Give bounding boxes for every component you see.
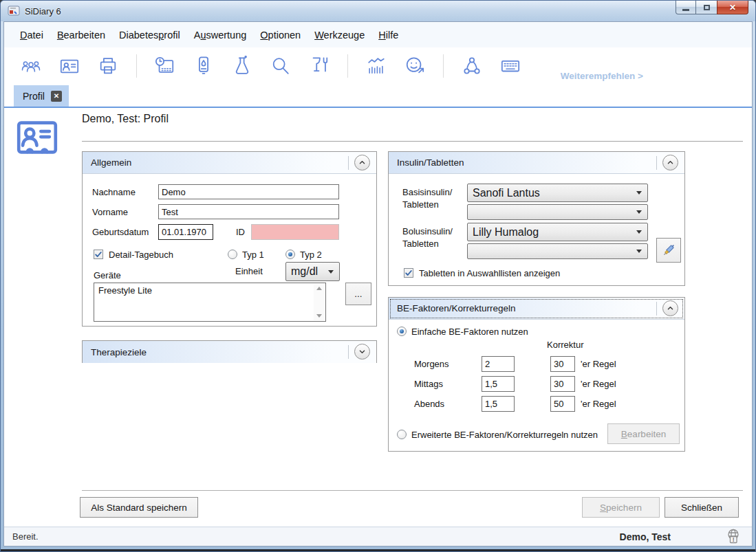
detail-tagebuch-checkbox[interactable]: [94, 250, 103, 259]
share-icon[interactable]: [462, 56, 482, 76]
printer-icon[interactable]: [98, 56, 118, 76]
geraete-more-button[interactable]: ...: [345, 283, 371, 305]
als-standard-speichern-button[interactable]: Als Standard speichern: [80, 497, 198, 518]
geburtsdatum-input[interactable]: [158, 224, 213, 240]
minimize-icon: [682, 9, 689, 11]
bolusinsulin-value: Lilly Humalog: [473, 226, 539, 239]
statistics-icon[interactable]: [366, 56, 387, 76]
vorname-input[interactable]: [158, 204, 339, 219]
syringe-icon: [661, 243, 676, 258]
einheit-dropdown[interactable]: mg/dl: [285, 262, 340, 281]
tab-close-icon[interactable]: ✕: [51, 91, 62, 102]
minimize-button[interactable]: [676, 1, 696, 14]
erweiterte-be-label: Erweiterte BE-Faktoren/Korrekturregeln n…: [411, 430, 598, 440]
tab-strip: Profil ✕: [4, 84, 752, 108]
bolusinsulin-dropdown-2[interactable]: [467, 243, 648, 259]
tab-profil[interactable]: Profil ✕: [14, 85, 69, 107]
search-icon[interactable]: [270, 56, 291, 76]
app-window: SiDiary 6 ✕ Datei Bearbeiten Diabetespro…: [0, 0, 756, 552]
collapse-insulin-button[interactable]: [662, 155, 678, 170]
bolusinsulin-label-line1: Bolusinsulin/: [402, 226, 453, 236]
chevron-up-icon: [665, 303, 676, 313]
geraete-list-item[interactable]: Freestyle Lite: [94, 283, 325, 298]
menu-bearbeiten[interactable]: Bearbeiten: [50, 30, 112, 41]
expand-therapieziele-button[interactable]: [354, 344, 370, 360]
morgens-regel-suffix: 'er Regel: [581, 359, 616, 369]
group-therapieziele: Therapieziele: [82, 340, 377, 363]
chevron-down-icon: [636, 210, 642, 214]
morgens-faktor-input[interactable]: [482, 356, 515, 372]
check-icon: [94, 250, 102, 258]
header-separator: [348, 345, 349, 359]
group-be-faktoren-title: BE-Faktoren/Korrekturregeln: [397, 303, 516, 313]
menu-hilfe[interactable]: Hilfe: [371, 30, 405, 41]
tabletten-anzeigen-checkbox[interactable]: [404, 268, 413, 278]
close-button[interactable]: ✕: [717, 1, 748, 14]
lab-flask-icon[interactable]: [232, 56, 252, 76]
bearbeiten-button[interactable]: Bearbeiten: [607, 423, 680, 444]
basisinsulin-dropdown[interactable]: Sanofi Lantus: [467, 184, 648, 202]
menu-diabetesprofil[interactable]: Diabetesprofil: [112, 30, 187, 41]
menu-datei[interactable]: Datei: [13, 30, 50, 41]
basisinsulin-value: Sanofi Lantus: [473, 187, 540, 199]
mittags-faktor-input[interactable]: [482, 376, 515, 392]
geraete-listbox[interactable]: Freestyle Lite: [94, 283, 326, 322]
menu-auswertung[interactable]: Auswertung: [187, 30, 254, 41]
patients-icon[interactable]: [21, 56, 41, 76]
einheit-value: mg/dl: [291, 265, 318, 278]
toolbar-separator: [443, 54, 444, 78]
einheit-label: Einheit: [235, 266, 263, 276]
collapse-be-faktoren-button[interactable]: [662, 300, 678, 316]
group-allgemein-title: Allgemein: [91, 157, 131, 168]
profile-card-icon[interactable]: [59, 56, 80, 76]
header-separator: [656, 302, 657, 316]
abends-label: Abends: [414, 399, 444, 409]
schliessen-button[interactable]: Schließen: [665, 497, 739, 518]
nachname-input[interactable]: [158, 184, 339, 199]
einfache-be-label: Einfache BE-Faktoren nutzen: [411, 327, 528, 337]
einfache-be-radio[interactable]: [397, 327, 407, 336]
maximize-button[interactable]: [696, 1, 717, 14]
nachname-label: Nachname: [92, 187, 136, 197]
mittags-korrektur-input[interactable]: [550, 376, 575, 392]
typ2-radio[interactable]: [285, 250, 295, 259]
menu-werkzeuge[interactable]: Werkzeuge: [307, 30, 371, 41]
globe-warning-icon[interactable]: !: [724, 528, 742, 549]
chevron-down-icon: [636, 230, 642, 234]
glucose-meter-icon[interactable]: [193, 56, 214, 76]
group-insulin-title: Insulin/Tabletten: [397, 157, 464, 168]
abends-korrektur-input[interactable]: [550, 396, 575, 412]
wizard-smiley-icon[interactable]: [404, 56, 425, 76]
profile-page: Demo, Test: Profil Allgemein Nachname Vo…: [4, 108, 752, 527]
geraete-label: Geräte: [94, 270, 121, 280]
mittags-regel-suffix: 'er Regel: [581, 379, 616, 389]
korrektur-label: Korrektur: [547, 340, 583, 350]
bolusinsulin-dropdown[interactable]: Lilly Humalog: [467, 223, 648, 241]
insulin-wizard-button[interactable]: [656, 238, 681, 263]
collapse-allgemein-button[interactable]: [354, 155, 370, 170]
listbox-scrollbar[interactable]: [314, 284, 325, 320]
keyboard-icon[interactable]: [500, 56, 521, 76]
chevron-up-icon: [665, 157, 676, 168]
calendar-clock-icon[interactable]: [155, 56, 175, 76]
erweiterte-be-radio[interactable]: [397, 430, 407, 439]
speichern-button[interactable]: Speichern: [582, 497, 660, 518]
nutrition-icon[interactable]: [309, 56, 330, 76]
scroll-down-icon[interactable]: [316, 314, 322, 318]
typ1-radio[interactable]: [228, 250, 237, 259]
window-bottom-edge: [1, 549, 755, 551]
weiterempfehlen-link[interactable]: Weiterempfehlen >: [561, 71, 643, 81]
basisinsulin-dropdown-2[interactable]: [467, 204, 648, 220]
menu-bar: Datei Bearbeiten Diabetesprofil Auswertu…: [4, 22, 752, 47]
morgens-korrektur-input[interactable]: [550, 356, 575, 372]
morgens-label: Morgens: [414, 359, 449, 369]
id-input[interactable]: [251, 224, 339, 240]
scroll-up-icon[interactable]: [316, 287, 322, 290]
title-bar[interactable]: SiDiary 6: [1, 1, 755, 21]
radio-dot: [400, 329, 404, 333]
group-insulin-header: Insulin/Tabletten: [389, 152, 684, 174]
menu-optionen[interactable]: Optionen: [253, 30, 307, 41]
group-allgemein: Allgemein Nachname Vorname Geburtsdatum …: [82, 151, 377, 327]
abends-faktor-input[interactable]: [482, 396, 515, 412]
vorname-label: Vorname: [92, 207, 128, 217]
